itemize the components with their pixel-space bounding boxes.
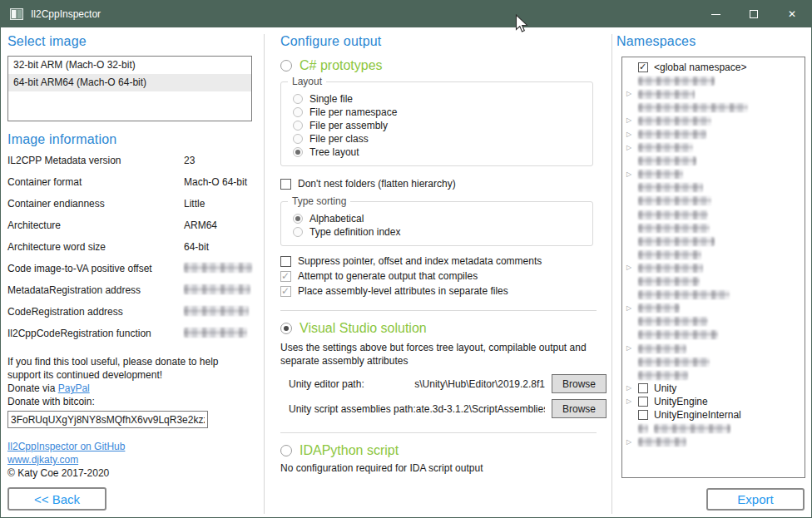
redacted-namespace-row[interactable] xyxy=(622,234,805,248)
redacted-namespace-row[interactable] xyxy=(622,275,805,289)
separator-1 xyxy=(280,310,597,311)
idapython-radio[interactable] xyxy=(280,445,292,456)
expander-icon[interactable]: ▷ xyxy=(626,345,638,352)
redacted-namespace-row[interactable]: ▷ xyxy=(622,436,805,449)
namespace-label: Unity xyxy=(654,382,676,394)
redacted-namespace-row[interactable] xyxy=(622,368,805,382)
back-button[interactable]: << Back xyxy=(7,487,106,511)
redacted-namespace-row[interactable] xyxy=(622,195,805,208)
radio-option[interactable]: Alphabetical xyxy=(293,212,584,225)
flatten-checkbox-row[interactable]: Don't nest folders (flatten hierarchy) xyxy=(280,176,607,191)
visual-studio-option[interactable]: Visual Studio solution xyxy=(280,319,607,337)
export-button[interactable]: Export xyxy=(706,488,805,511)
redacted-namespace-row[interactable] xyxy=(622,74,805,87)
redacted-namespace-row[interactable]: ▷ xyxy=(622,114,805,127)
website-link[interactable]: www.djkaty.com xyxy=(7,454,78,466)
radio-option[interactable]: Single file xyxy=(293,92,584,106)
redacted-namespace-row[interactable] xyxy=(622,181,805,195)
unity-editor-path-value[interactable]: s\Unity\Hub\Editor\2019.2.8f1 xyxy=(364,378,545,390)
redacted-namespace-row[interactable]: ▷ xyxy=(622,302,805,315)
checkbox-row[interactable]: Attempt to generate output that compiles xyxy=(280,269,607,284)
namespace-item[interactable]: UnityEngineInternal xyxy=(622,408,805,422)
layout-groupbox: Layout Single fileFile per namespaceFile… xyxy=(280,81,593,166)
redacted-namespace-row[interactable]: ▷ xyxy=(622,127,805,141)
redacted-namespace-row[interactable] xyxy=(622,221,805,234)
radio-icon xyxy=(293,227,303,237)
app-icon xyxy=(10,8,23,20)
namespace-item[interactable]: <global namespace> xyxy=(622,61,805,74)
redacted-namespace-row[interactable] xyxy=(622,101,805,114)
redacted-namespace-row[interactable]: ▷ xyxy=(622,87,805,101)
browse-editor-button[interactable]: Browse xyxy=(552,374,607,393)
redacted-namespace-row[interactable] xyxy=(622,248,805,261)
image-listbox[interactable]: 32-bit ARM (Mach-O 32-bit)64-bit ARM64 (… xyxy=(7,56,252,121)
paypal-link[interactable]: PayPal xyxy=(58,382,90,394)
expander-icon[interactable]: ▷ xyxy=(626,398,638,405)
redacted-namespace-row[interactable] xyxy=(622,208,805,221)
radio-option[interactable]: File per namespace xyxy=(293,106,584,119)
radio-option[interactable]: File per assembly xyxy=(293,119,584,132)
app-window: Il2CppInspector ✕ Select image 32-bit AR… xyxy=(0,0,812,518)
redacted-namespace-label xyxy=(638,277,700,286)
expander-icon[interactable]: ▷ xyxy=(626,117,638,124)
redacted-namespace-label xyxy=(638,371,688,380)
expander-icon[interactable]: ▷ xyxy=(626,264,638,271)
redacted-namespace-label xyxy=(638,290,730,299)
expander-icon[interactable]: ▷ xyxy=(626,439,638,446)
namespaces-list[interactable]: <global namespace>▷▷▷▷▷▷▷▷▷Unity▷UnityEn… xyxy=(621,57,805,478)
csharp-prototypes-radio[interactable] xyxy=(280,60,292,72)
redacted-value xyxy=(184,263,252,273)
redacted-namespace-label xyxy=(638,130,706,139)
redacted-namespace-row[interactable] xyxy=(622,155,805,168)
redacted-namespace-row[interactable]: ▷ xyxy=(622,168,805,181)
mouse-cursor xyxy=(515,14,528,34)
browse-assemblies-button[interactable]: Browse xyxy=(552,399,607,418)
redacted-checkbox xyxy=(638,424,648,433)
radio-option[interactable]: Tree layout xyxy=(293,146,584,159)
expander-icon[interactable]: ▷ xyxy=(626,385,638,392)
unity-assemblies-path-value[interactable]: ate.3d-3.1.2\ScriptAssemblies xyxy=(416,403,545,415)
visual-studio-radio[interactable] xyxy=(280,323,292,334)
namespace-label: UnityEngineInternal xyxy=(654,409,741,421)
namespace-item[interactable]: ▷UnityEngine xyxy=(622,395,805,408)
info-row: CodeRegistration address xyxy=(7,306,252,328)
radio-label: Alphabetical xyxy=(309,213,364,224)
redacted-namespace-row[interactable]: ▷ xyxy=(622,141,805,155)
redacted-namespace-row[interactable]: ▷ xyxy=(622,342,805,355)
maximize-button[interactable] xyxy=(735,1,773,27)
image-list-item[interactable]: 32-bit ARM (Mach-O 32-bit) xyxy=(8,57,251,74)
expander-icon[interactable]: ▷ xyxy=(626,91,638,97)
namespace-item[interactable]: ▷Unity xyxy=(622,382,805,395)
close-button[interactable]: ✕ xyxy=(773,1,811,27)
bitcoin-address-input[interactable] xyxy=(7,411,208,428)
redacted-namespace-row[interactable] xyxy=(622,355,805,368)
checkbox-row[interactable]: Suppress pointer, offset and index metad… xyxy=(280,254,607,269)
redacted-namespace-row[interactable]: ▷ xyxy=(622,261,805,274)
redacted-namespace-row[interactable] xyxy=(622,422,805,436)
csharp-prototypes-option[interactable]: C# prototypes xyxy=(280,57,607,74)
redacted-namespace-row[interactable] xyxy=(622,328,805,342)
unity-assemblies-path-row: Unity script assemblies path: ate.3d-3.1… xyxy=(280,399,607,418)
info-label: MetadataRegistration address xyxy=(7,284,184,296)
checkbox-row[interactable]: Place assembly-level attributes in separ… xyxy=(280,284,607,298)
namespace-checkbox[interactable] xyxy=(638,397,648,407)
namespace-checkbox[interactable] xyxy=(638,383,648,393)
expander-icon[interactable]: ▷ xyxy=(626,305,638,312)
radio-option[interactable]: Type definition index xyxy=(293,225,584,239)
radio-option[interactable]: File per class xyxy=(293,132,584,146)
redacted-namespace-label xyxy=(638,344,686,353)
redacted-namespace-row[interactable] xyxy=(622,315,805,328)
github-link[interactable]: Il2CppInspector on GitHub xyxy=(7,441,125,452)
namespace-checkbox[interactable] xyxy=(638,62,648,72)
maximize-icon xyxy=(750,10,758,18)
unity-assemblies-path-label: Unity script assemblies path: xyxy=(289,403,416,415)
expander-icon[interactable]: ▷ xyxy=(626,131,638,138)
namespace-checkbox[interactable] xyxy=(638,410,648,420)
expander-icon[interactable]: ▷ xyxy=(626,171,638,178)
expander-icon[interactable]: ▷ xyxy=(626,145,638,151)
idapython-option[interactable]: IDAPython script xyxy=(280,442,607,459)
checkbox-icon xyxy=(280,256,291,267)
minimize-button[interactable] xyxy=(696,1,735,27)
image-list-item[interactable]: 64-bit ARM64 (Mach-O 64-bit) xyxy=(8,74,251,91)
redacted-namespace-row[interactable] xyxy=(622,289,805,302)
